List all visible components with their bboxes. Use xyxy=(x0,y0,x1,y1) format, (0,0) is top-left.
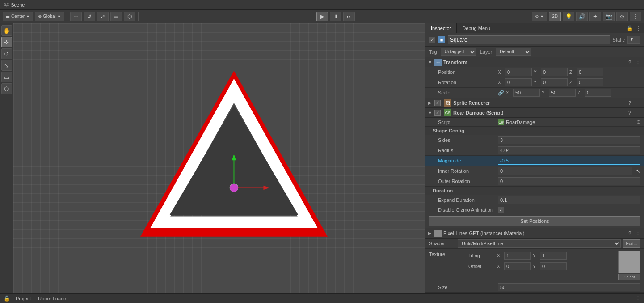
material-help-btn[interactable]: ? xyxy=(627,230,632,236)
offset-values: X Y xyxy=(497,262,611,270)
step-btn[interactable]: ⏭ xyxy=(343,12,355,21)
shader-label: Shader xyxy=(429,241,456,246)
sprite-renderer-help-btn[interactable]: ? xyxy=(627,100,632,106)
cursor-indicator: ↖ xyxy=(636,168,640,174)
shader-dropdown[interactable]: Unlit/MultiPixelLine xyxy=(458,239,621,248)
scale-z-input[interactable] xyxy=(585,89,611,97)
toolbar-global-btn[interactable]: ⊕ Global ▼ xyxy=(35,12,64,21)
scene-canvas[interactable] xyxy=(13,23,425,293)
magnitude-input[interactable] xyxy=(498,157,640,165)
sprite-renderer-more-btn[interactable]: ⋮ xyxy=(635,100,641,106)
tag-dropdown[interactable]: Untagged xyxy=(441,48,476,56)
tab-inspector[interactable]: Inspector xyxy=(425,23,457,33)
toolbar-more-btn[interactable]: ⋮ xyxy=(630,12,641,21)
pos-x-label: X xyxy=(498,70,503,75)
pause-btn[interactable]: ⏸ xyxy=(330,12,341,21)
roar-damage-checkbox[interactable] xyxy=(434,110,441,116)
transform-more-btn[interactable]: ⋮ xyxy=(635,59,641,65)
pos-y-input[interactable] xyxy=(541,68,568,76)
outer-rotation-input[interactable] xyxy=(498,177,640,185)
roar-damage-help-btn[interactable]: ? xyxy=(627,110,632,115)
tool-hand[interactable]: ✋ xyxy=(1,25,12,36)
toolbar-move-btn[interactable]: ⊹ xyxy=(70,12,82,21)
toolbar-fx-btn[interactable]: ✦ xyxy=(589,12,601,21)
expand-duration-input[interactable] xyxy=(498,196,640,204)
set-positions-btn[interactable]: Set Positions xyxy=(429,216,640,226)
tool-custom[interactable]: ⬡ xyxy=(1,83,12,94)
scale-x-input[interactable] xyxy=(513,89,540,97)
tiling-y-input[interactable] xyxy=(540,252,567,260)
texture-select-btn[interactable]: Select xyxy=(618,274,640,280)
roar-damage-chevron: ▼ xyxy=(428,111,433,115)
toolbar-gizmo-btn[interactable]: ⊙ xyxy=(616,12,628,21)
roar-damage-header[interactable]: ▼ CS Roar Damage (Script) ? ⋮ xyxy=(425,108,644,118)
toolbar-hand-btn[interactable]: ☰ Center ▼ xyxy=(3,12,33,21)
rot-x-input[interactable] xyxy=(505,78,532,86)
inspector-more-btn[interactable]: ⋮ xyxy=(636,25,641,31)
shape-config-section: Shape Config xyxy=(425,127,644,135)
static-dropdown[interactable]: ▼ xyxy=(627,36,640,44)
size-input[interactable] xyxy=(498,283,640,291)
toolbar-cam-btn[interactable]: 📷 xyxy=(603,12,615,21)
inner-rotation-input[interactable] xyxy=(498,167,632,175)
pos-z-label: Z xyxy=(569,70,575,75)
offset-x-input[interactable] xyxy=(504,262,531,270)
radius-row: Radius xyxy=(425,145,644,156)
sides-input[interactable] xyxy=(498,136,640,144)
shader-edit-btn[interactable]: Edit... xyxy=(623,239,640,248)
toolbar-scale-btn[interactable]: ⤢ xyxy=(97,12,109,21)
tool-rotate[interactable]: ↺ xyxy=(1,48,12,59)
scene-view[interactable] xyxy=(13,23,425,293)
tiling-label: Tiling xyxy=(468,253,495,258)
transform-help-btn[interactable]: ? xyxy=(627,60,632,65)
toolbar-rotate-btn[interactable]: ↺ xyxy=(84,12,95,21)
static-dropdown-chevron: ▼ xyxy=(630,37,634,42)
play-btn[interactable]: ▶ xyxy=(316,12,328,21)
rotation-values: X Y Z xyxy=(498,78,640,86)
rot-z-input[interactable] xyxy=(577,78,603,86)
magnitude-row: Magnitude xyxy=(425,156,644,166)
tab-debug[interactable]: Debug Menu xyxy=(457,23,496,33)
rot-y-input[interactable] xyxy=(541,78,568,86)
material-header[interactable]: ▶ Pixel-Lines-GPT (Instance) (Material) … xyxy=(425,228,644,239)
project-tab[interactable]: Project xyxy=(14,296,33,301)
scale-y-input[interactable] xyxy=(549,89,576,97)
sprite-renderer-checkbox[interactable] xyxy=(434,100,441,106)
disable-gizmo-checkbox[interactable] xyxy=(498,207,504,213)
move-tool-icon: ✛ xyxy=(4,39,9,46)
roar-damage-more-btn[interactable]: ⋮ xyxy=(635,110,641,115)
rotate-tool-icon: ↺ xyxy=(4,51,9,57)
inspector-tabs: Inspector Debug Menu 🔒 ⋮ xyxy=(425,23,644,33)
bottom-more-btn[interactable]: ⋮ xyxy=(636,295,640,301)
pos-x-input[interactable] xyxy=(505,68,532,76)
tiling-x-input[interactable] xyxy=(504,252,531,260)
inner-rotation-row: Inner Rotation ↖ xyxy=(425,166,644,176)
roomloader-tab[interactable]: Room Loader xyxy=(36,296,70,301)
offset-y-input[interactable] xyxy=(540,262,567,270)
custom-tool-icon: ⬡ xyxy=(4,85,9,92)
radius-input[interactable] xyxy=(498,146,640,154)
tool-rect[interactable]: ▭ xyxy=(1,72,12,82)
transform-header[interactable]: ▼ ⊹ Transform ? ⋮ xyxy=(425,57,644,67)
go-enabled-checkbox[interactable] xyxy=(429,37,435,43)
toolbar-custom-btn[interactable]: ⬡ xyxy=(124,12,135,21)
offset-y-axis: Y xyxy=(533,264,538,269)
disable-gizmo-row: Disable Gizmo Animation xyxy=(425,205,644,214)
pos-z-input[interactable] xyxy=(577,68,603,76)
toolbar-sep1 xyxy=(67,12,67,21)
material-more-btn[interactable]: ⋮ xyxy=(635,230,641,236)
toolbar-light-btn[interactable]: 💡 xyxy=(563,12,574,21)
toolbar-gizmo-dropdown[interactable]: ⊙ ▼ xyxy=(532,12,547,21)
go-name-input[interactable] xyxy=(448,35,610,44)
tool-move[interactable]: ✛ xyxy=(1,37,12,47)
toolbar-audio-btn[interactable]: 🔊 xyxy=(576,12,588,21)
material-actions: ? ⋮ xyxy=(627,230,641,236)
sprite-renderer-header[interactable]: ▶ 🖼 Sprite Renderer ? ⋮ xyxy=(425,98,644,108)
layer-dropdown[interactable]: Default xyxy=(496,48,531,56)
scene-more-btn[interactable]: ⋮ xyxy=(636,2,640,8)
toolbar-2d-btn[interactable]: 2D xyxy=(549,12,561,21)
tool-scale[interactable]: ⤡ xyxy=(1,60,12,71)
script-dot-menu[interactable]: ⊙ xyxy=(636,119,640,125)
toolbar-rect-btn[interactable]: ▭ xyxy=(110,12,122,21)
lock-btn[interactable]: 🔒 xyxy=(627,25,633,31)
